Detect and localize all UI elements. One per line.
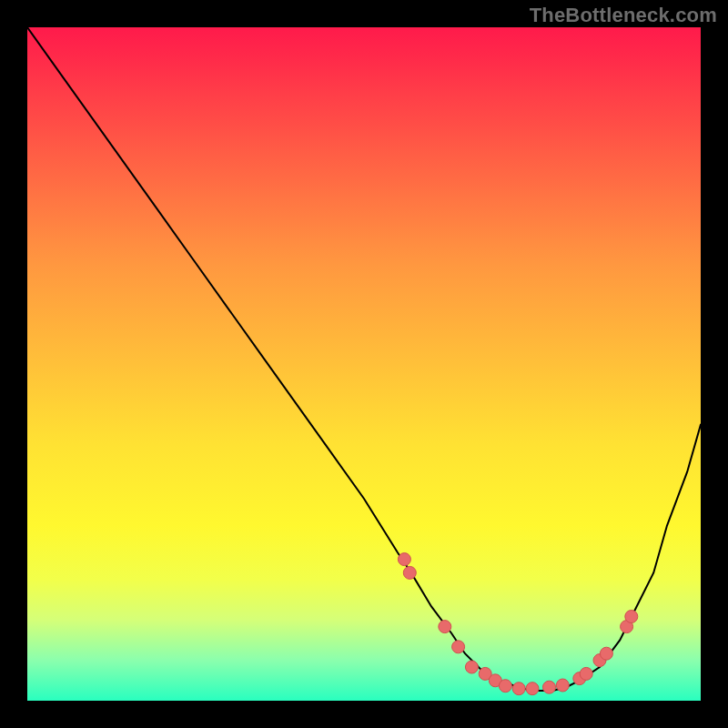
marker-group [398, 553, 637, 695]
data-marker [556, 679, 569, 692]
data-marker [600, 647, 612, 660]
chart-plot-area [27, 27, 701, 701]
data-marker [580, 667, 592, 680]
data-marker [625, 611, 638, 623]
data-marker [512, 682, 525, 695]
watermark-text: TheBottleneck.com [530, 4, 717, 27]
data-marker [499, 680, 511, 693]
data-marker [403, 566, 416, 579]
data-marker [526, 682, 539, 695]
data-marker [465, 661, 478, 673]
data-marker [543, 681, 556, 693]
data-marker [452, 641, 465, 653]
bottleneck-curve [27, 27, 701, 691]
data-marker [398, 553, 410, 566]
chart-svg [27, 27, 701, 701]
data-marker [439, 621, 451, 633]
chart-frame: TheBottleneck.com [0, 0, 728, 728]
